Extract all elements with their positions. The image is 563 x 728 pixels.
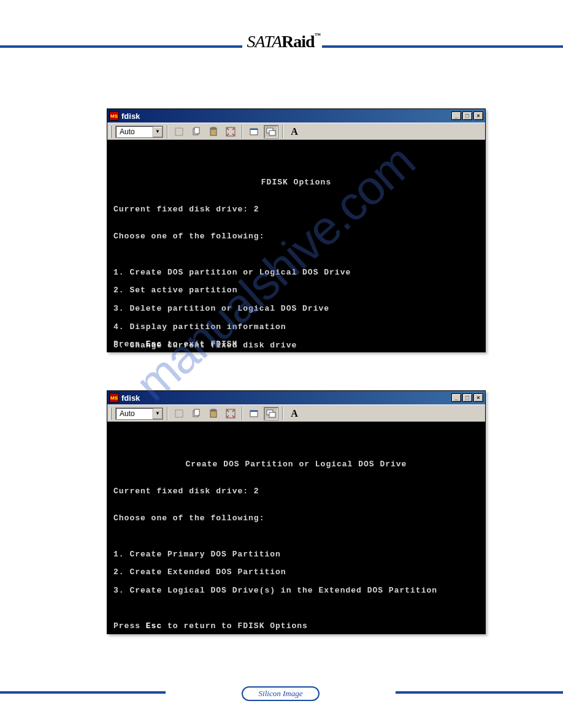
- minimize-button[interactable]: _: [451, 112, 461, 120]
- dos-output: FDISK Options Current fixed disk drive: …: [107, 140, 485, 352]
- chevron-down-icon: ▼: [153, 126, 163, 137]
- font-icon[interactable]: A: [287, 125, 302, 138]
- properties-icon[interactable]: [247, 125, 261, 138]
- svg-rect-19: [269, 412, 275, 417]
- brand-part2: Raid: [282, 32, 315, 51]
- toolbar-handle[interactable]: [110, 408, 112, 420]
- window-title: fdisk: [121, 393, 451, 403]
- console-window-create-partition: MS fdisk _ □ × Auto ▼ A Create: [107, 390, 486, 634]
- fullscreen-icon[interactable]: [223, 125, 238, 138]
- dos-footer-key: Esc: [146, 621, 162, 631]
- close-button[interactable]: ×: [473, 112, 483, 120]
- msdos-icon: MS: [109, 111, 119, 121]
- toolbar-divider: [167, 407, 168, 420]
- mark-icon[interactable]: [172, 407, 186, 420]
- titlebar[interactable]: MS fdisk _ □ ×: [107, 109, 485, 123]
- svg-rect-7: [250, 129, 258, 130]
- brand-tm: ™: [315, 32, 320, 39]
- dos-current-drive: Current fixed disk drive: 2: [113, 205, 479, 214]
- toolbar-divider: [242, 125, 243, 138]
- dos-choose-line: Choose one of the following:: [113, 514, 479, 523]
- toolbar-divider: [282, 407, 283, 420]
- dos-option: 1. Create DOS partition or Logical DOS D…: [113, 268, 479, 278]
- dos-option: 2. Set active partition: [113, 286, 479, 295]
- toolbar-divider: [282, 125, 283, 138]
- toolbar-divider: [167, 125, 168, 138]
- dropdown-value: Auto: [116, 127, 153, 136]
- properties-icon[interactable]: [247, 407, 261, 420]
- dropdown-value: Auto: [116, 409, 153, 418]
- copy-icon[interactable]: [189, 407, 204, 420]
- dos-current-drive: Current fixed disk drive: 2: [113, 487, 479, 496]
- mark-icon[interactable]: [172, 125, 186, 138]
- dos-option: 1. Create Primary DOS Partition: [113, 550, 479, 559]
- paste-icon[interactable]: [206, 125, 221, 138]
- dos-footer-key: Esc: [146, 339, 162, 349]
- dos-heading: Create DOS Partition or Logical DOS Driv…: [113, 460, 479, 469]
- svg-rect-2: [194, 127, 199, 134]
- dos-footer-prefix: Press: [113, 621, 146, 631]
- svg-rect-4: [212, 127, 215, 129]
- toolbar: Auto ▼ A: [107, 404, 485, 422]
- msdos-icon: MS: [109, 393, 119, 403]
- svg-rect-10: [175, 410, 183, 417]
- minimize-button[interactable]: _: [451, 393, 461, 402]
- copy-icon[interactable]: [189, 125, 204, 138]
- brand-logo: SATARaid™: [247, 32, 320, 51]
- svg-rect-9: [269, 131, 275, 135]
- close-button[interactable]: ×: [473, 393, 483, 402]
- maximize-button[interactable]: □: [462, 112, 472, 120]
- window-title: fdisk: [121, 112, 451, 121]
- svg-rect-12: [194, 409, 199, 415]
- background-icon[interactable]: [264, 407, 278, 420]
- maximize-button[interactable]: □: [462, 393, 472, 402]
- dos-footer-prefix: Press: [113, 339, 146, 349]
- toolbar-divider: [242, 407, 243, 420]
- toolbar-handle[interactable]: [110, 126, 112, 138]
- toolbar: Auto ▼ A: [107, 123, 485, 140]
- dos-choose-line: Choose one of the following:: [113, 232, 479, 241]
- fullscreen-icon[interactable]: [223, 407, 238, 420]
- titlebar[interactable]: MS fdisk _ □ ×: [107, 391, 485, 404]
- brand-part1: SATA: [247, 32, 282, 51]
- footer-company: Silicon Image: [242, 686, 320, 701]
- dos-option: 3. Create Logical DOS Drive(s) in the Ex…: [113, 586, 479, 596]
- svg-rect-17: [250, 411, 258, 412]
- svg-rect-0: [175, 128, 183, 135]
- dos-option: 3. Delete partition or Logical DOS Drive: [113, 305, 479, 314]
- dos-heading: FDISK Options: [113, 178, 479, 188]
- font-size-dropdown[interactable]: Auto ▼: [115, 126, 163, 138]
- console-window-fdisk-options: MS fdisk _ □ × Auto ▼ A FDISK: [107, 108, 486, 352]
- chevron-down-icon: ▼: [153, 408, 163, 419]
- background-icon[interactable]: [264, 125, 278, 138]
- dos-footer-suffix: to exit FDISK: [162, 339, 237, 349]
- svg-rect-14: [212, 409, 215, 411]
- paste-icon[interactable]: [206, 407, 221, 420]
- dos-option: 2. Create Extended DOS Partition: [113, 568, 479, 577]
- dos-footer-suffix: to return to FDISK Options: [162, 621, 308, 631]
- footer-brand: Silicon Image: [166, 686, 396, 701]
- dos-output: Create DOS Partition or Logical DOS Driv…: [107, 422, 485, 634]
- font-size-dropdown[interactable]: Auto ▼: [115, 408, 163, 420]
- font-icon[interactable]: A: [287, 407, 302, 420]
